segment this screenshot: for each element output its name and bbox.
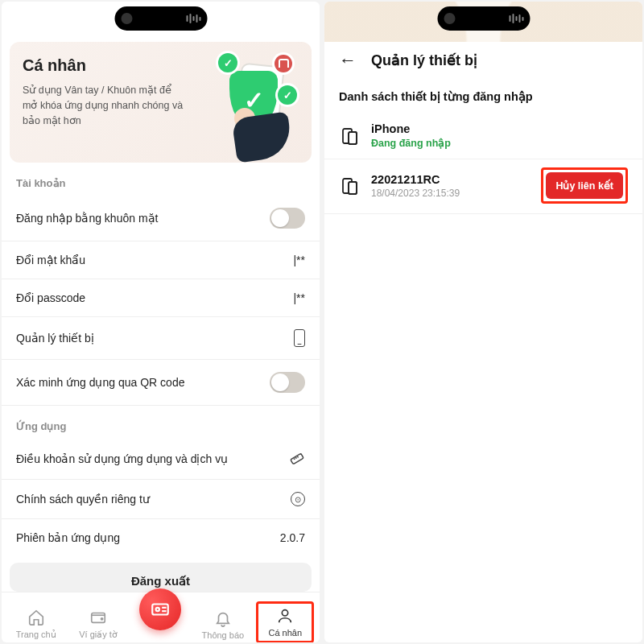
tab-profile[interactable]: Cá nhân (256, 601, 314, 642)
bell-icon (214, 609, 232, 627)
wallet-icon (89, 609, 107, 626)
row-face-login[interactable]: Đăng nhập bằng khuôn mặt (2, 196, 320, 242)
masked-value: |** (293, 291, 305, 304)
device-timestamp: 18/04/2023 23:15:39 (371, 188, 530, 199)
unlink-label: Hủy liên kết (555, 180, 613, 192)
right-screen: ← Quản lý thiết bị Danh sách thiết bị từ… (324, 2, 642, 642)
dynamic-island (114, 6, 207, 31)
screen-title: Quản lý thiết bị (371, 52, 477, 69)
list-label: Danh sách thiết bị từng đăng nhập (324, 82, 642, 114)
row-label: Điều khoản sử dụng ứng dụng và dịch vụ (16, 452, 228, 465)
row-label: Quản lý thiết bị (16, 332, 94, 345)
tab-center-fab[interactable] (131, 585, 189, 634)
row-label: Đổi passcode (16, 291, 85, 304)
tab-label: Thông báo (202, 630, 245, 640)
tab-label: Cá nhân (268, 628, 302, 638)
tab-notify[interactable]: Thông báo (194, 606, 252, 642)
row-label: Xác minh ứng dụng qua QR code (16, 376, 184, 389)
svg-line-2 (295, 457, 297, 459)
phone-outline-icon (294, 329, 305, 347)
left-screen: Cá nhân Sử dụng Vân tay / Khuôn mặt để m… (2, 2, 320, 642)
back-arrow-icon[interactable]: ← (339, 50, 357, 71)
row-label: Đổi mật khẩu (16, 254, 85, 266)
section-label-account: Tài khoản (2, 163, 320, 196)
svg-line-1 (294, 458, 295, 460)
row-label: Chính sách quyền riêng tư (16, 493, 150, 506)
tab-bar: Trang chủ Ví giấy tờ Thông báo Cá nhân (2, 592, 320, 642)
dynamic-island (437, 6, 530, 31)
home-icon (27, 609, 45, 626)
tab-wallet[interactable]: Ví giấy tờ (69, 605, 127, 642)
toggle-off-icon[interactable] (270, 208, 305, 229)
row-label: Phiên bản ứng dụng (16, 531, 120, 544)
keyhole-icon: ⊙ (291, 492, 305, 506)
check-badge-icon: ✓ (218, 53, 237, 72)
svg-rect-12 (349, 132, 357, 144)
svg-line-3 (297, 456, 299, 458)
row-manage-devices[interactable]: Quản lý thiết bị (2, 317, 320, 360)
device-name: iPhone (371, 122, 628, 135)
section-label-app: Ứng dụng (2, 406, 320, 439)
tab-label: Ví giấy tờ (79, 630, 118, 640)
row-version: Phiên bản ứng dụng 2.0.7 (2, 519, 320, 556)
version-value: 2.0.7 (280, 531, 305, 544)
check-badge-icon: ✓ (278, 85, 297, 105)
row-terms[interactable]: Điều khoản sử dụng ứng dụng và dịch vụ (2, 439, 320, 480)
device-row-other[interactable]: 22021211RC 18/04/2023 23:15:39 Hủy liên … (324, 159, 642, 214)
tab-label: Trang chủ (16, 630, 56, 640)
unlink-button[interactable]: Hủy liên kết (546, 172, 623, 199)
row-change-password[interactable]: Đổi mật khẩu |** (2, 242, 320, 279)
row-change-passcode[interactable]: Đổi passcode |** (2, 279, 320, 317)
person-icon (276, 607, 294, 625)
device-name: 22021211RC (371, 173, 530, 186)
hero-subtitle: Sử dụng Vân tay / Khuôn mặt để mở khóa ứ… (23, 83, 184, 128)
device-row-current[interactable]: iPhone Đang đăng nhập (324, 114, 642, 159)
toggle-off-icon[interactable] (270, 372, 305, 393)
row-verify-qr[interactable]: Xác minh ứng dụng qua QR code (2, 360, 320, 406)
svg-point-5 (101, 618, 103, 620)
svg-point-10 (283, 610, 288, 616)
row-privacy[interactable]: Chính sách quyền riêng tư ⊙ (2, 480, 320, 519)
device-status-active: Đang đăng nhập (371, 137, 628, 149)
hero-illustration: ✓ ✓ (208, 50, 305, 155)
svg-rect-0 (291, 453, 303, 464)
svg-point-7 (156, 608, 159, 611)
unlink-highlight: Hủy liên kết (541, 167, 628, 204)
device-phone-icon (339, 126, 360, 146)
hero-card: Cá nhân Sử dụng Vân tay / Khuôn mặt để m… (10, 42, 312, 163)
lock-badge-icon (275, 55, 292, 72)
masked-value: |** (293, 254, 305, 266)
id-card-fab-icon (139, 588, 181, 630)
tab-home[interactable]: Trang chủ (7, 605, 65, 642)
ruler-icon (289, 451, 305, 467)
device-phone-icon (339, 176, 360, 196)
svg-rect-15 (349, 182, 357, 194)
row-label: Đăng nhập bằng khuôn mặt (16, 212, 158, 225)
